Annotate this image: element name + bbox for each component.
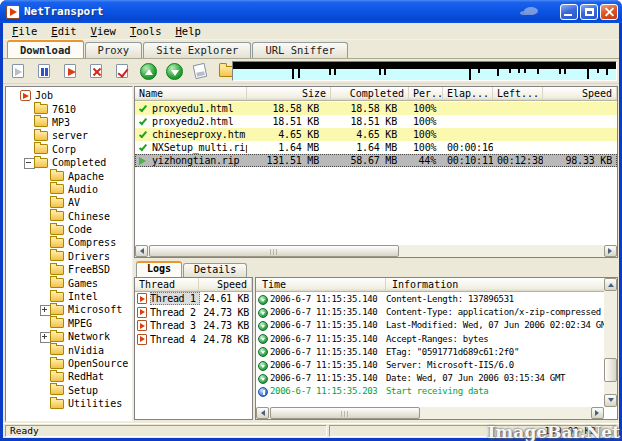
tree-item[interactable]: Compress bbox=[6, 236, 132, 249]
NXSetup_multi.rip[interactable]: NXSetup_multi.rip 1.64 MB 1.64 MB 100% 0… bbox=[135, 141, 617, 154]
Thread 2[interactable]: Thread 2 24.73 KB bbox=[135, 306, 252, 320]
close-button[interactable] bbox=[600, 4, 618, 20]
tree-expander-icon[interactable] bbox=[39, 172, 50, 181]
Thread 1[interactable]: Thread 1 24.61 KB bbox=[135, 292, 252, 306]
column-thread[interactable]: Thread bbox=[135, 278, 199, 291]
title-bar[interactable]: NetTransport bbox=[0, 0, 622, 23]
tree-expander-icon[interactable] bbox=[23, 158, 34, 167]
tree-expander-icon[interactable] bbox=[39, 252, 50, 261]
tree-expander-icon[interactable] bbox=[39, 399, 50, 408]
tab-proxy[interactable]: Proxy bbox=[85, 42, 143, 58]
tab-site-explorer[interactable]: Site Explorer bbox=[143, 42, 251, 58]
scroll-right-button[interactable] bbox=[591, 407, 604, 419]
Thread 3[interactable]: Thread 3 24.73 KB bbox=[135, 319, 252, 333]
tree-item[interactable]: Chinese bbox=[6, 210, 132, 223]
tree-expander-icon[interactable] bbox=[23, 131, 34, 140]
tab-url-sniffer[interactable]: URL Sniffer bbox=[252, 42, 348, 58]
scroll-right-button[interactable] bbox=[604, 245, 617, 257]
tree-item[interactable]: Setup bbox=[6, 384, 132, 397]
pause-task-button[interactable] bbox=[31, 60, 57, 82]
tab-download[interactable]: Download bbox=[7, 40, 84, 58]
tree-expander-icon[interactable] bbox=[39, 292, 50, 301]
downloads-hscrollbar[interactable] bbox=[135, 245, 617, 257]
tree-expander-icon[interactable] bbox=[23, 145, 34, 154]
tree-expander-icon[interactable] bbox=[39, 386, 50, 395]
column-thread-speed[interactable]: Speed bbox=[199, 278, 252, 291]
log-row[interactable]: 2006-6-7 11:15:35.140 Date: Wed, 07 Jun … bbox=[256, 372, 604, 385]
tree-expander-icon[interactable] bbox=[39, 185, 50, 194]
tree-item[interactable]: Utilities bbox=[6, 397, 132, 410]
scroll-down-button[interactable] bbox=[604, 394, 617, 407]
tree-expander-icon[interactable] bbox=[39, 346, 50, 355]
log-row[interactable]: 2006-6-7 11:15:35.140 Content-Length: 13… bbox=[256, 293, 604, 306]
column-size[interactable]: Size bbox=[247, 87, 331, 100]
log-hscrollbar[interactable] bbox=[256, 407, 604, 419]
scroll-thumb[interactable] bbox=[604, 358, 617, 382]
tree-expander-icon[interactable] bbox=[39, 359, 50, 368]
tree-item[interactable]: Intel bbox=[6, 290, 132, 303]
tree-expander-icon[interactable] bbox=[39, 372, 50, 381]
tree-item[interactable]: AV bbox=[6, 196, 132, 209]
scroll-left-button[interactable] bbox=[256, 407, 269, 419]
column-name[interactable]: Name bbox=[135, 87, 247, 100]
column-per[interactable]: Per... bbox=[409, 87, 443, 100]
tab-logs[interactable]: Logs bbox=[136, 261, 182, 277]
chineseproxy.htm[interactable]: chineseproxy.htm 4.65 KB 4.65 KB 100% bbox=[135, 128, 617, 141]
tree-item[interactable]: Apache bbox=[6, 169, 132, 182]
tree-expander-icon[interactable] bbox=[39, 319, 50, 328]
tree-item[interactable]: Network bbox=[6, 330, 132, 343]
scroll-thumb[interactable] bbox=[270, 407, 420, 419]
tree-expander-icon[interactable] bbox=[39, 279, 50, 288]
scroll-left-button[interactable] bbox=[135, 245, 148, 257]
tree-item[interactable]: FreeBSD bbox=[6, 263, 132, 276]
column-completed[interactable]: Completed bbox=[331, 87, 409, 100]
delete-task-button[interactable] bbox=[83, 60, 109, 82]
new-task-button[interactable] bbox=[5, 60, 31, 82]
finish-task-button[interactable] bbox=[109, 60, 135, 82]
tree-expander-icon[interactable] bbox=[9, 91, 20, 100]
tree-expander-icon[interactable] bbox=[39, 198, 50, 207]
tree-item[interactable]: Audio bbox=[6, 183, 132, 196]
tree-item[interactable]: Corp bbox=[6, 143, 132, 156]
column-time[interactable]: Time bbox=[256, 278, 386, 291]
tree-expander-icon[interactable] bbox=[39, 238, 50, 247]
clear-button[interactable] bbox=[187, 60, 213, 82]
proxyedu1.html[interactable]: proxyedu1.html 18.58 KB 18.58 KB 100% bbox=[135, 102, 617, 115]
log-row[interactable]: 2006-6-7 11:15:35.140 Accept-Ranges: byt… bbox=[256, 333, 604, 346]
scroll-thumb[interactable] bbox=[149, 245, 399, 257]
tree-item[interactable]: RedHat bbox=[6, 370, 132, 383]
tree-item[interactable]: server bbox=[6, 129, 132, 142]
menu-item[interactable]: File bbox=[5, 24, 44, 38]
tree-expander-icon[interactable] bbox=[23, 118, 34, 127]
tree-expander-icon[interactable] bbox=[39, 265, 50, 274]
log-row[interactable]: 2006-6-7 11:15:35.140 Content-Type: appl… bbox=[256, 306, 604, 319]
column-information[interactable]: Information bbox=[386, 278, 617, 291]
Thread 4[interactable]: Thread 4 24.78 KB bbox=[135, 333, 252, 347]
tree-item[interactable]: OpenSource bbox=[6, 357, 132, 370]
tree-item[interactable]: Microsoft bbox=[6, 303, 132, 316]
tree-expander-icon[interactable] bbox=[39, 212, 50, 221]
tree-item[interactable]: Games bbox=[6, 276, 132, 289]
tree-item-job[interactable]: Job bbox=[6, 89, 132, 102]
tab-details[interactable]: Details bbox=[183, 263, 247, 277]
move-up-button[interactable] bbox=[135, 60, 161, 82]
tree-item[interactable]: Completed bbox=[6, 156, 132, 169]
tree-item[interactable]: 7610 bbox=[6, 102, 132, 115]
tree-expander-icon[interactable] bbox=[39, 305, 50, 314]
log-row[interactable]: 2006-6-7 11:15:35.140 Last-Modified: Wed… bbox=[256, 319, 604, 332]
log-row[interactable]: 2006-6-7 11:15:35.140 Server: Microsoft-… bbox=[256, 359, 604, 372]
column-left[interactable]: Left... bbox=[493, 87, 543, 100]
start-task-button[interactable] bbox=[57, 60, 83, 82]
tree-item[interactable]: MP3 bbox=[6, 116, 132, 129]
tree-item[interactable]: Code bbox=[6, 223, 132, 236]
column-elap[interactable]: Elap... bbox=[443, 87, 493, 100]
menu-item[interactable]: Edit bbox=[44, 24, 83, 38]
menu-item[interactable]: View bbox=[84, 24, 123, 38]
log-row[interactable]: 2006-6-7 11:15:35.140 ETag: "0591771d689… bbox=[256, 346, 604, 359]
column-speed[interactable]: Speed bbox=[543, 87, 617, 100]
tree-expander-icon[interactable] bbox=[23, 105, 34, 114]
tree-item[interactable]: nVidia bbox=[6, 343, 132, 356]
yizhongtian.rip[interactable]: yizhongtian.rip 131.51 MB 58.67 MB 44% 0… bbox=[135, 154, 617, 167]
tree-item[interactable]: Drivers bbox=[6, 250, 132, 263]
tree-item[interactable]: MPEG bbox=[6, 317, 132, 330]
